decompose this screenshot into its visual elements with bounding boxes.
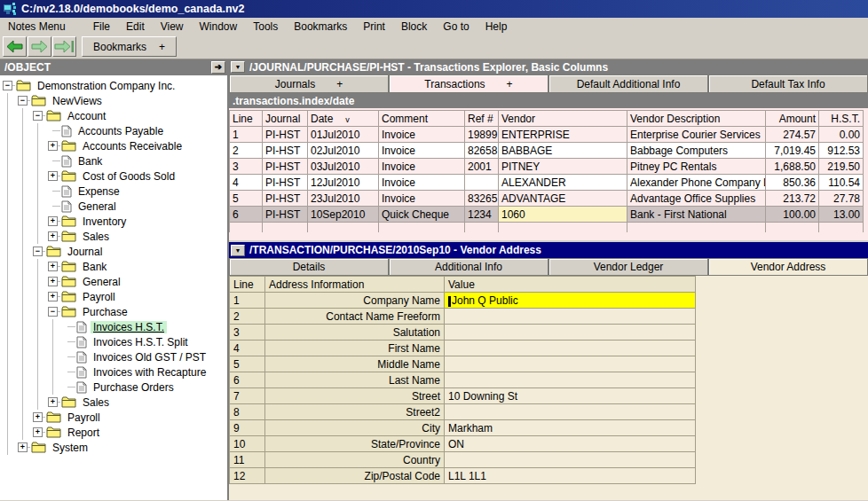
expand-icon[interactable]: + [48,397,58,407]
menu-notes-menu[interactable]: Notes Menu [0,20,74,34]
txn-cell[interactable]: 23Jul2010 [308,191,379,207]
txn-cell[interactable]: Advantage Office Supplies [627,191,766,207]
tree-item-general[interactable]: General [0,199,227,214]
addr-line-cell[interactable]: 12 [230,468,265,484]
addr-line-cell[interactable]: 6 [230,372,265,388]
expand-icon[interactable]: + [33,412,43,422]
txn-cell[interactable]: 5 [230,191,263,207]
tree-item-bank[interactable]: Bank [0,153,227,168]
txn-cell[interactable]: 7,019.45 [766,143,819,159]
tree-item-sales[interactable]: +Sales [0,395,227,410]
txn-cell[interactable]: PI-HST [263,191,308,207]
txn-cell[interactable]: Enterprise Courier Services [627,127,766,143]
transactions-dropdown-button[interactable]: ▼ [231,61,245,73]
txn-cell[interactable]: Pitney PC Rentals [627,159,766,175]
txn-cell[interactable]: PITNEY [499,159,627,175]
tree-item-bank[interactable]: +Bank [0,259,227,274]
vendor-tab-vendor-ledger[interactable]: Vendor Ledger [548,258,708,276]
tree-item-expense[interactable]: Expense [0,184,227,199]
tree-item-accounts-payable[interactable]: Accounts Payable [0,123,227,138]
txn-cell[interactable]: 19899 [465,127,499,143]
txn-cell[interactable]: 110.54 [819,175,864,191]
txn-cell[interactable]: Invoice [379,143,465,159]
txn-cell[interactable]: 02Jul2010 [308,143,379,159]
txn-cell[interactable]: ADVANTAGE [499,191,627,207]
addr-line-cell[interactable]: 11 [230,452,265,468]
tree-item-journal[interactable]: −Journal [0,244,227,259]
txn-col-line[interactable]: Line [230,111,263,127]
txn-cell[interactable]: ENTERPRISE [499,127,627,143]
txn-col-h-s-t[interactable]: H.S.T. [819,111,864,127]
addr-line-cell[interactable]: 3 [230,325,265,341]
addr-label-cell[interactable]: Zip/Postal Code [265,468,445,484]
txn-cell[interactable]: PI-HST [263,143,308,159]
menu-print[interactable]: Print [355,20,393,34]
tree-item-cost-of-goods-sold[interactable]: +Cost of Goods Sold [0,168,227,184]
tree-item-inventory[interactable]: +Inventory [0,214,227,229]
txn-col-journal[interactable]: Journal [263,111,308,127]
addr-line-cell[interactable]: 1 [230,293,265,309]
txn-col-comment[interactable]: Comment [379,111,465,127]
txn-cell[interactable]: Invoice [379,127,465,143]
forward-button[interactable] [28,36,51,57]
tree-item-purchase[interactable]: −Purchase [0,304,227,319]
tree-item-account[interactable]: −Account [0,108,227,123]
tree-item-invoices-old-gst-pst[interactable]: Invoices Old GST / PST [0,349,227,364]
txn-cell[interactable]: 3 [230,159,263,175]
addr-value-cell[interactable]: Markham [445,420,696,436]
txn-cell[interactable]: Invoice [379,159,465,175]
addr-line-cell[interactable]: 2 [230,309,265,325]
txn-cell[interactable]: 27.78 [819,191,864,207]
txn-cell[interactable]: 0.00 [819,127,864,143]
txn-cell[interactable]: 1 [230,127,263,143]
vendor-tab-additional-info[interactable]: Additional Info [389,258,548,276]
tree-expand-right-button[interactable]: ➔ [211,61,225,74]
addr-line-cell[interactable]: 7 [230,388,265,404]
menu-block[interactable]: Block [393,20,435,34]
bookmarks-button[interactable]: Bookmarks + [82,36,177,57]
txn-cell[interactable]: 13.00 [819,207,864,223]
expand-icon[interactable]: + [48,141,58,151]
menu-window[interactable]: Window [192,20,246,34]
tree-item-invoices-h-s-t-split[interactable]: Invoices H.S.T. Split [0,334,227,349]
collapse-icon[interactable]: − [33,247,43,256]
txn-cell[interactable]: Invoice [379,191,465,207]
txn-cell[interactable]: ALEXANDER [499,175,627,191]
txn-cell[interactable]: 912.53 [819,143,864,159]
tree-item-invoices-with-recapture[interactable]: Invoices with Recapture [0,364,227,380]
addr-label-cell[interactable]: Country [265,452,445,468]
tree-item-newviews[interactable]: −NewViews [0,93,227,108]
txn-cell[interactable]: 1060 [499,207,627,223]
addr-label-cell[interactable]: First Name [265,341,445,356]
addr-value-cell[interactable]: L1L 1L1 [445,468,696,484]
menu-help[interactable]: Help [477,20,516,34]
txn-col-vendor[interactable]: Vendor [499,111,627,127]
transactions-tab-default-tax-info[interactable]: Default Tax Info [708,74,868,93]
txn-col-ref[interactable]: Ref # [465,111,499,127]
vendor-dropdown-button[interactable]: ▼ [231,245,245,256]
expand-icon[interactable]: + [48,216,58,226]
collapse-icon[interactable]: − [48,307,58,317]
txn-cell[interactable]: 12Jul2010 [308,175,379,191]
vendor-tab-vendor-address[interactable]: Vendor Address [708,258,868,276]
addr-value-cell[interactable]: ON [445,436,696,452]
menu-go-to[interactable]: Go to [435,20,477,34]
txn-cell[interactable]: PI-HST [263,159,308,175]
collapse-icon[interactable]: − [33,111,43,121]
txn-cell[interactable]: 100.00 [766,207,819,223]
menu-tools[interactable]: Tools [245,20,286,34]
txn-cell[interactable]: 4 [230,175,263,191]
txn-cell[interactable]: 213.72 [766,191,819,207]
back-button[interactable] [3,36,27,57]
txn-cell[interactable] [465,175,499,191]
txn-cell[interactable]: 274.57 [766,127,819,143]
tree-item-report[interactable]: +Report [0,425,227,440]
expand-icon[interactable]: + [48,277,58,286]
addr-label-cell[interactable]: Contact Name Freeform [265,309,445,325]
collapse-icon[interactable]: − [18,96,28,106]
addr-label-cell[interactable]: Street [265,388,445,404]
txn-cell[interactable]: 6 [230,207,263,223]
expand-icon[interactable]: + [48,231,58,241]
addr-col-address-information[interactable]: Address Information [265,277,445,293]
txn-cell[interactable]: Invoice [379,175,465,191]
